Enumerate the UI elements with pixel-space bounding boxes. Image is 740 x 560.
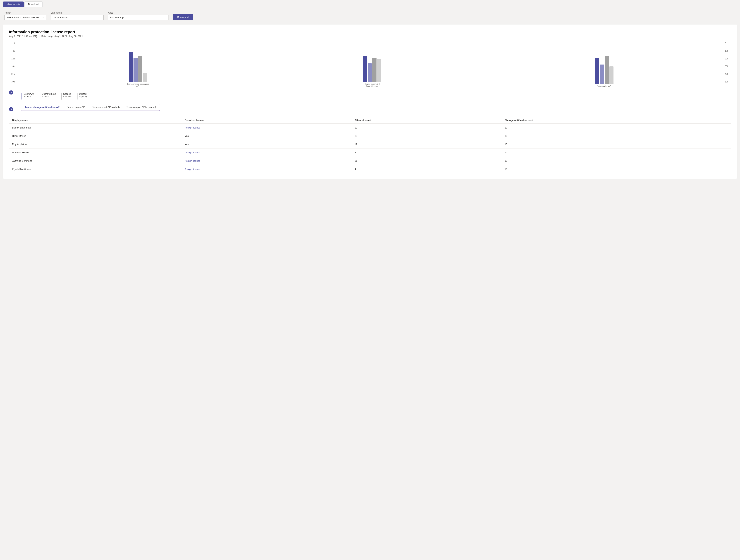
cell-required-license: Yes	[182, 132, 352, 140]
cell-required-license: Assign license	[182, 165, 352, 174]
bar-users-without-license	[133, 58, 137, 82]
bar-group-label-3: Teams patch API	[597, 85, 612, 87]
cell-attempt-count: 12	[352, 140, 501, 148]
chart-body: Teams change notification API Teams expo…	[16, 42, 724, 87]
cell-required-license: Yes	[182, 140, 352, 148]
bar-seeded-capacity	[138, 56, 143, 82]
table-row: Krystal McKinneyAssign license410	[9, 165, 731, 174]
cell-display-name: Roy Appleton	[9, 140, 182, 148]
cell-display-name: Babak Shammas	[9, 124, 182, 132]
bar-group-label-1: Teams change notification API	[126, 83, 149, 87]
bar-export-utilized	[377, 59, 381, 82]
bars-teams-patch	[595, 56, 614, 84]
table-row: Hilary ReyesYes1310	[9, 132, 731, 140]
assign-license-link[interactable]: Assign license	[185, 126, 200, 129]
cell-display-name: Jazmine Simmons	[9, 157, 182, 165]
cell-attempt-count: 4	[352, 165, 501, 174]
assign-license-link[interactable]: Assign license	[185, 168, 200, 171]
bar-export-seeded	[372, 58, 376, 82]
date-range-select-value: Current month	[53, 16, 101, 19]
cell-change-notification-sent: 10	[501, 132, 731, 140]
legend-color-users-without	[40, 93, 40, 100]
report-card: Information protection license report Au…	[3, 24, 737, 179]
assign-license-link[interactable]: Assign license	[185, 151, 200, 154]
cell-attempt-count: 20	[352, 148, 501, 157]
tab-teams-change-notification[interactable]: Teams change notification API	[21, 104, 64, 110]
legend-item-users-with-license: Users withlicense	[21, 93, 34, 100]
bars-teams-change	[129, 52, 147, 82]
report-generated-at: Aug 7, 2021 11:59 am (PT)	[9, 35, 37, 37]
apps-filter-label: Apps	[108, 11, 168, 14]
data-table: Display name ↓ Required license Attempt …	[9, 117, 731, 174]
cell-display-name: Hilary Reyes	[9, 132, 182, 140]
chart-grid: 30k 24k 18k 12k 6k 0	[9, 42, 731, 87]
chart-legend: Users withlicense Users withoutlicense S…	[21, 93, 87, 100]
legend-item-users-without-license: Users withoutlicense	[40, 93, 56, 100]
report-subtitle: Aug 7, 2021 11:59 am (PT) | Date range: …	[9, 35, 731, 37]
legend-label-users-without: Users withoutlicense	[42, 93, 56, 98]
chevron-down-icon: ▼	[42, 16, 44, 18]
table-row: Danielle BookerAssign license2010	[9, 148, 731, 157]
bar-group-teams-patch: Teams patch API	[595, 56, 614, 87]
bar-users-with-license	[129, 52, 133, 82]
legend-item-utilized-capacity: Utilizedcapacity	[77, 93, 87, 100]
date-range-select[interactable]: Current month	[51, 15, 103, 20]
table-row: Jazmine SimmonsAssign license1110	[9, 157, 731, 165]
bar-export-users-without	[368, 64, 372, 82]
col-required-license: Required license	[182, 117, 352, 124]
tabs-row: 9 Teams change notification API Teams pa…	[9, 104, 731, 115]
cell-change-notification-sent: 10	[501, 124, 731, 132]
bar-group-teams-export: Teams export API(chat + teams)	[363, 56, 381, 87]
report-select-value: Information protection license	[7, 16, 40, 19]
report-date-range-value: Aug 1, 2021 - Aug 30, 2021	[55, 35, 83, 37]
tabs-container: Teams change notification API Teams patc…	[21, 104, 160, 111]
report-date-range-label: Date range:	[41, 35, 55, 37]
toolbar: View reports Download	[0, 0, 740, 8]
sort-icon-name: ↓	[29, 119, 30, 121]
table-row: Babak ShammasAssign license1210	[9, 124, 731, 132]
bar-export-users-with	[363, 56, 367, 82]
chart-area: 30k 24k 18k 12k 6k 0	[9, 42, 731, 87]
download-button[interactable]: Download	[24, 2, 43, 7]
tab-teams-export-teams[interactable]: Teams export APIs (teams)	[123, 104, 159, 110]
report-filter-group: Report Information protection license ▼	[5, 11, 46, 20]
cell-required-license: Assign license	[182, 124, 352, 132]
cell-change-notification-sent: 10	[501, 148, 731, 157]
date-range-filter-group: Date range Current month	[51, 11, 103, 20]
apps-select-value: Archival app	[110, 16, 166, 19]
apps-select[interactable]: Archival app	[108, 15, 168, 20]
table-row: Roy AppletonYes1210	[9, 140, 731, 148]
bar-patch-utilized	[609, 67, 614, 84]
legend-item-seeded-capacity: Seededcapacity	[61, 93, 72, 100]
run-report-button[interactable]: Run report	[173, 14, 193, 20]
legend-color-utilized	[77, 93, 78, 100]
view-reports-button[interactable]: View reports	[3, 2, 24, 7]
cell-change-notification-sent: 10	[501, 140, 731, 148]
col-display-name[interactable]: Display name ↓	[9, 117, 182, 124]
cell-display-name: Danielle Booker	[9, 148, 182, 157]
legend-color-seeded	[61, 93, 62, 100]
y-axis-left: 30k 24k 18k 12k 6k 0	[9, 42, 16, 87]
chart-lines: Teams change notification API Teams expo…	[16, 42, 724, 87]
legend-label-seeded: Seededcapacity	[63, 93, 72, 98]
bar-patch-users-without	[600, 65, 604, 84]
legend-label-users-with: Users withlicense	[24, 93, 34, 98]
step-9-badge: 9	[9, 107, 13, 111]
report-title: Information protection license report	[9, 30, 731, 34]
bar-patch-seeded	[605, 56, 609, 84]
report-select[interactable]: Information protection license ▼	[5, 15, 46, 20]
assign-license-link[interactable]: Assign license	[185, 159, 200, 162]
report-filter-label: Report	[5, 11, 46, 14]
cell-attempt-count: 12	[352, 124, 501, 132]
legend-label-utilized: Utilizedcapacity	[79, 93, 87, 98]
chart-bars: Teams change notification API Teams expo…	[16, 42, 724, 87]
tab-teams-export-chat[interactable]: Teams export APIs (chat)	[89, 104, 123, 110]
bars-teams-export	[363, 56, 381, 82]
cell-display-name: Krystal McKinney	[9, 165, 182, 174]
legend-color-users-with	[21, 93, 22, 100]
tab-teams-patch[interactable]: Teams patch API	[64, 104, 89, 110]
bar-patch-users-with	[595, 58, 599, 84]
col-change-notification-sent: Change notification sent	[501, 117, 731, 124]
cell-change-notification-sent: 10	[501, 165, 731, 174]
filter-bar: Report Information protection license ▼ …	[0, 8, 740, 23]
